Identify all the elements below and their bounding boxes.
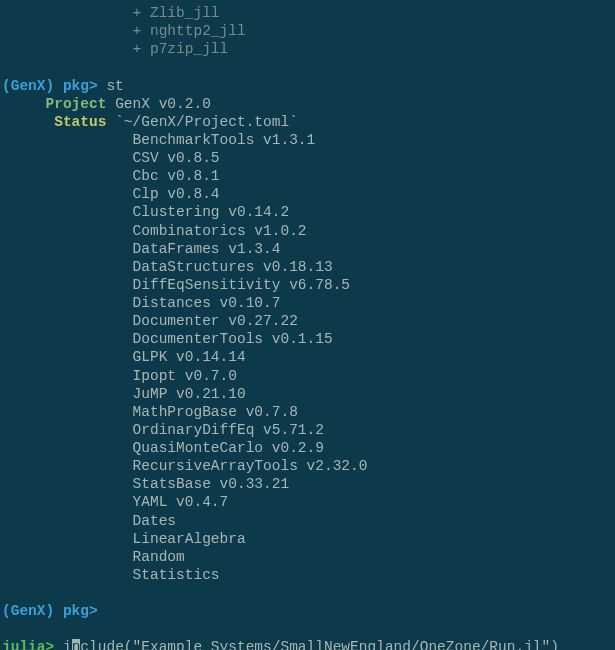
package-entry: Distances v0.10.7 (133, 295, 281, 311)
pkg-prompt: (GenX) pkg> (2, 603, 98, 619)
added-package: + p7zip_jll (133, 41, 229, 57)
package-entry: GLPK v0.14.14 (133, 349, 246, 365)
package-line: Random (2, 548, 613, 566)
package-line: JuMP v0.21.10 (2, 385, 613, 403)
package-line: RecursiveArrayTools v2.32.0 (2, 457, 613, 475)
package-entry: Ipopt v0.7.0 (133, 368, 237, 384)
package-line: DiffEqSensitivity v6.78.5 (2, 276, 613, 294)
julia-command-prefix: i (63, 639, 72, 650)
package-entry: DataFrames v1.3.4 (133, 241, 281, 257)
package-line: OrdinaryDiffEq v5.71.2 (2, 421, 613, 439)
package-entry: LinearAlgebra (133, 531, 246, 547)
status-value: `~/GenX/Project.toml` (115, 114, 298, 130)
package-line: LinearAlgebra (2, 530, 613, 548)
status-label: Status (54, 114, 106, 130)
julia-command-suffix: clude("Example_Systems/SmallNewEngland/O… (80, 639, 559, 650)
pkg-prompt: (GenX) pkg> (2, 78, 98, 94)
package-line: MathProgBase v0.7.8 (2, 403, 613, 421)
package-entry: Random (133, 549, 185, 565)
package-line: QuasiMonteCarlo v0.2.9 (2, 439, 613, 457)
package-line: Clustering v0.14.2 (2, 203, 613, 221)
package-line: Cbc v0.8.1 (2, 167, 613, 185)
package-line: Combinatorics v1.0.2 (2, 222, 613, 240)
package-entry: OrdinaryDiffEq v5.71.2 (133, 422, 324, 438)
package-entry: Statistics (133, 567, 220, 583)
package-line: GLPK v0.14.14 (2, 348, 613, 366)
package-line: StatsBase v0.33.21 (2, 475, 613, 493)
package-entry: DocumenterTools v0.1.15 (133, 331, 333, 347)
package-entry: Cbc v0.8.1 (133, 168, 220, 184)
julia-prompt: julia> (2, 639, 54, 650)
status-command: st (98, 78, 124, 94)
package-line: CSV v0.8.5 (2, 149, 613, 167)
project-label: Project (46, 96, 107, 112)
added-package-line: + p7zip_jll (2, 40, 613, 58)
package-entry: QuasiMonteCarlo v0.2.9 (133, 440, 324, 456)
package-entry: StatsBase v0.33.21 (133, 476, 290, 492)
package-entry: DataStructures v0.18.13 (133, 259, 333, 275)
package-line: YAML v0.4.7 (2, 493, 613, 511)
package-entry: Clp v0.8.4 (133, 186, 220, 202)
package-entry: CSV v0.8.5 (133, 150, 220, 166)
package-entry: JuMP v0.21.10 (133, 386, 246, 402)
julia-input-line[interactable]: julia> include("Example_Systems/SmallNew… (2, 638, 613, 650)
added-package-line: + Zlib_jll (2, 4, 613, 22)
package-line: Clp v0.8.4 (2, 185, 613, 203)
package-line: Dates (2, 512, 613, 530)
package-line: Distances v0.10.7 (2, 294, 613, 312)
package-line: BenchmarkTools v1.3.1 (2, 131, 613, 149)
package-entry: Documenter v0.27.22 (133, 313, 298, 329)
package-entry: YAML v0.4.7 (133, 494, 229, 510)
package-line: Documenter v0.27.22 (2, 312, 613, 330)
package-line: DataStructures v0.18.13 (2, 258, 613, 276)
status-path-line: Status `~/GenX/Project.toml` (2, 113, 613, 131)
package-line: Statistics (2, 566, 613, 584)
package-entry: Dates (133, 513, 177, 529)
package-line: DocumenterTools v0.1.15 (2, 330, 613, 348)
blank-line (2, 620, 613, 638)
package-entry: BenchmarkTools v1.3.1 (133, 132, 316, 148)
pkg-prompt-empty: (GenX) pkg> (2, 602, 613, 620)
package-entry: DiffEqSensitivity v6.78.5 (133, 277, 351, 293)
added-package-line: + nghttp2_jll (2, 22, 613, 40)
project-value: GenX v0.2.0 (115, 96, 211, 112)
package-entry: MathProgBase v0.7.8 (133, 404, 298, 420)
added-package: + nghttp2_jll (133, 23, 246, 39)
package-entry: Combinatorics v1.0.2 (133, 223, 307, 239)
package-line: DataFrames v1.3.4 (2, 240, 613, 258)
package-entry: Clustering v0.14.2 (133, 204, 290, 220)
terminal-output: + Zlib_jll + nghttp2_jll + p7zip_jll (Ge… (2, 4, 613, 650)
package-line: Ipopt v0.7.0 (2, 367, 613, 385)
added-package: + Zlib_jll (133, 5, 220, 21)
blank-line (2, 584, 613, 602)
package-entry: RecursiveArrayTools v2.32.0 (133, 458, 368, 474)
project-line: Project GenX v0.2.0 (2, 95, 613, 113)
pkg-status-line: (GenX) pkg> st (2, 77, 613, 95)
blank-line (2, 58, 613, 76)
